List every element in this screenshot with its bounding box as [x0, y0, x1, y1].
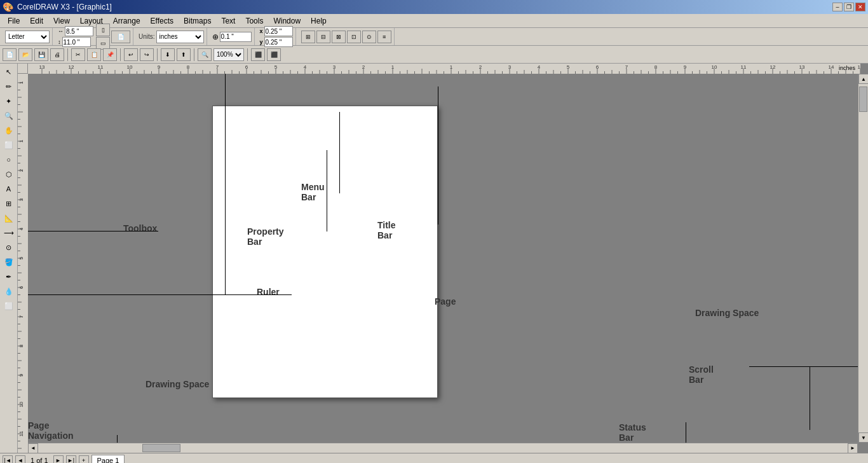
width-input[interactable] [65, 26, 93, 36]
ruler-label: Ruler [257, 287, 280, 297]
page1-tab[interactable]: Page 1 [92, 455, 125, 464]
snap-button[interactable]: ⊟ [316, 31, 330, 43]
paper-size-select[interactable]: Letter [5, 31, 50, 43]
drawing-space-right-label: Drawing Space [695, 308, 759, 318]
separator4 [194, 48, 194, 61]
menu-tools[interactable]: Tools [240, 15, 268, 27]
y-input[interactable] [264, 37, 293, 47]
menu-window[interactable]: Window [268, 15, 306, 27]
x-input[interactable] [264, 26, 293, 36]
import-button[interactable]: ⬇ [161, 48, 175, 61]
ruler-unit-label: inches [839, 65, 855, 71]
zoom-tool[interactable]: 🔍 [2, 109, 16, 123]
eyedropper-tool[interactable]: 💧 [2, 284, 16, 298]
fill-tool[interactable]: 🪣 [2, 255, 16, 269]
units-group: Units: inches [136, 28, 207, 45]
connector-tool[interactable]: ⟶ [2, 226, 16, 240]
menu-file[interactable]: File [3, 15, 25, 27]
text-tool[interactable]: A [2, 182, 16, 196]
zoom-select[interactable]: 100% [214, 48, 244, 61]
menu-effects[interactable]: Effects [146, 15, 179, 27]
minimize-button[interactable]: – [832, 3, 843, 11]
paste-button[interactable]: 📌 [103, 48, 117, 61]
undo-button[interactable]: ↩ [124, 48, 138, 61]
align-center-button[interactable]: ⬛ [267, 48, 281, 61]
zoom-in-button[interactable]: 🔍 [198, 48, 212, 61]
rectangle-tool[interactable]: ⬜ [2, 138, 16, 152]
copy-button[interactable]: 📋 [87, 48, 101, 61]
ruler-corner [18, 64, 28, 74]
print-button[interactable]: 🖨 [50, 48, 64, 61]
toolbar2: 📄 📂 💾 🖨 ✂ 📋 📌 ↩ ↪ ⬇ ⬆ 🔍 100% ⬛ ⬛ [0, 46, 868, 64]
page-navigation-bar: |◄ ◄ 1 of 1 ► ►| + Page 1 [0, 453, 868, 463]
menu-bar: File Edit View Layout Arrange Effects Bi… [0, 14, 868, 28]
page-settings-button[interactable]: 📄 [111, 31, 130, 43]
menu-arrange[interactable]: Arrange [108, 15, 146, 27]
scrollbar-right[interactable]: ▲ ▼ [858, 74, 868, 443]
drawing-space-left-label: Drawing Space [146, 379, 209, 389]
pan-tool[interactable]: ✋ [2, 123, 16, 137]
table-tool[interactable]: ⊞ [2, 197, 16, 211]
nudge-icon: ⊕ [212, 32, 219, 41]
next-page-button[interactable]: ► [53, 455, 64, 464]
scroll-left-button[interactable]: ◄ [28, 443, 38, 453]
options-button[interactable]: ≡ [377, 31, 391, 43]
last-page-button[interactable]: ►| [66, 455, 76, 464]
grid-button[interactable]: ⊞ [301, 31, 315, 43]
open-button[interactable]: 📂 [18, 48, 32, 61]
canvas-area[interactable]: inches Menu Bar Title Bar Property Ba [18, 64, 868, 453]
export-button[interactable]: ⬆ [177, 48, 191, 61]
bottom-bar: |◄ ◄ 1 of 1 ► ►| + Page 1 [0, 453, 868, 463]
statusbar-label: Status Bar [619, 422, 646, 443]
guideline-button[interactable]: ⊠ [332, 31, 346, 43]
cut-button[interactable]: ✂ [71, 48, 85, 61]
scroll-thumb-vertical[interactable] [859, 86, 867, 112]
scroll-down-button[interactable]: ▼ [858, 432, 868, 443]
menu-edit[interactable]: Edit [25, 15, 48, 27]
xy-group: x y [257, 28, 296, 45]
menubar-line [339, 112, 340, 193]
height-icon: ↕ [58, 39, 61, 45]
select-tool[interactable]: ↖ [2, 65, 16, 79]
separator1 [67, 48, 68, 61]
ellipse-tool[interactable]: ○ [2, 153, 16, 167]
close-button[interactable]: ✕ [855, 3, 865, 11]
portrait-button[interactable]: ▯ [96, 24, 110, 36]
units-select[interactable]: inches [156, 31, 204, 43]
add-page-button[interactable]: + [79, 455, 89, 464]
nudge-input[interactable] [220, 32, 252, 42]
menu-bitmaps[interactable]: Bitmaps [179, 15, 216, 27]
property-bar: Letter ↔ ↕ ▯ ▭ 📄 Units: inches ⊕ [0, 28, 868, 46]
drawing-canvas[interactable]: Menu Bar Title Bar Property Bar Toolbox [28, 74, 868, 453]
prev-page-button[interactable]: ◄ [15, 455, 25, 464]
scroll-right-button[interactable]: ► [848, 443, 858, 453]
toolbox-label: Toolbox [123, 223, 157, 233]
freehand-tool[interactable]: ✏ [2, 79, 16, 93]
dimensions-group: ↔ ↕ ▯ ▭ 📄 [55, 28, 133, 45]
scrollbar-bottom[interactable]: ◄ ► [28, 443, 858, 453]
restore-button[interactable]: ❐ [844, 3, 854, 11]
first-page-button[interactable]: |◄ [3, 455, 13, 464]
app-icon: 🎨 [3, 2, 13, 12]
eraser-tool[interactable]: ⬜ [2, 299, 16, 313]
menu-text[interactable]: Text [216, 15, 240, 27]
height-input[interactable] [62, 37, 91, 47]
dynamic-guide-button[interactable]: ⊡ [347, 31, 361, 43]
menu-view[interactable]: View [48, 15, 75, 27]
new-button[interactable]: 📄 [3, 48, 17, 61]
save-button[interactable]: 💾 [34, 48, 48, 61]
redo-button[interactable]: ↪ [140, 48, 154, 61]
scroll-thumb-horizontal[interactable] [142, 444, 180, 452]
page [212, 106, 438, 398]
menu-help[interactable]: Help [306, 15, 332, 27]
dimension-tool[interactable]: 📐 [2, 211, 16, 225]
toolbox-line [28, 231, 158, 232]
outline-tool[interactable]: ✒ [2, 270, 16, 284]
shape-tool[interactable]: ✦ [2, 94, 16, 108]
scroll-up-button[interactable]: ▲ [858, 74, 868, 84]
blend-tool[interactable]: ⊙ [2, 240, 16, 254]
paper-size-group: Letter [3, 28, 53, 45]
polygon-tool[interactable]: ⬡ [2, 167, 16, 181]
align-left-button[interactable]: ⬛ [251, 48, 265, 61]
snap-objects-button[interactable]: ⊙ [362, 31, 376, 43]
